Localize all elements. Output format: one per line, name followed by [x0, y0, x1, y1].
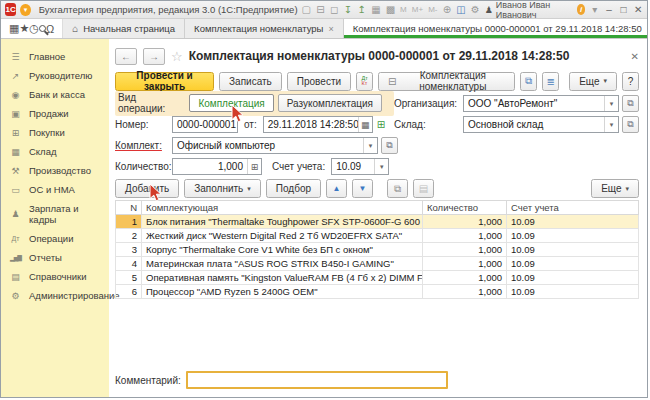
tab-document[interactable]: Комплектация номенклатуры 0000-000001 от… — [344, 19, 648, 38]
sidebar-item-pokupki[interactable]: ⊞Покупки — [1, 123, 109, 142]
post-button[interactable]: Провести — [287, 72, 351, 91]
info-icon[interactable]: i — [577, 4, 586, 15]
bank-icon: ◉ — [9, 90, 22, 100]
save-button[interactable]: Записать — [219, 72, 282, 91]
calendar-picker-icon[interactable]: ▦ — [358, 117, 372, 132]
account-field[interactable]: 10.09 ▾ — [331, 158, 389, 175]
panels-icon[interactable]: ◫ — [456, 4, 465, 15]
organization-open-button[interactable]: ⧉ — [622, 95, 639, 112]
main-menu-button[interactable]: ▾ — [20, 4, 30, 16]
favorite-star-icon[interactable]: ☆ — [171, 49, 183, 64]
calculator-icon[interactable]: ▩ — [386, 4, 395, 15]
comment-input[interactable] — [186, 371, 448, 389]
move-up-button[interactable]: ▲ — [326, 179, 347, 198]
kit-field[interactable]: Офисный компьютер ▾ — [172, 137, 378, 154]
col-account[interactable]: Счет учета — [507, 201, 639, 215]
help-button[interactable]: ? — [622, 72, 639, 91]
paste-icon: ▤ — [419, 183, 428, 194]
sidebar-item-glavnoe[interactable]: ☰Главное — [1, 47, 109, 66]
number-field[interactable]: 0000-000001 — [172, 116, 238, 133]
quantity-field[interactable]: 1,000 ⊞ — [172, 158, 262, 175]
file-load-icon[interactable]: ↧ — [344, 4, 353, 15]
operation-komplektaciya-button[interactable]: Комплектация — [189, 94, 273, 112]
sidebar-item-administrirovanie[interactable]: ⚙Администрирование — [1, 286, 109, 305]
warehouse-open-button[interactable]: ⧉ — [622, 116, 639, 133]
related-documents-button[interactable]: ≣ — [542, 72, 559, 91]
history-icon[interactable]: ◷ — [29, 22, 39, 35]
memory-m-button[interactable]: M — [400, 5, 407, 14]
dtkt-postings-button[interactable]: ДтКт — [356, 72, 373, 91]
date-field[interactable]: 29.11.2018 14:28:50 ▦ — [263, 116, 373, 133]
sidebar-item-spravochniki[interactable]: ▤Справочники — [1, 267, 109, 286]
sidebar-item-sklad[interactable]: ▦Склад — [1, 142, 109, 161]
sidebar-item-rukovoditelyu[interactable]: ↗Руководителю — [1, 66, 109, 85]
print-document-button[interactable]: ⊟ Комплектация номенклатуры — [378, 72, 515, 91]
minimize-button[interactable]: – — [604, 4, 614, 15]
fixed-assets-icon: ▭ — [9, 185, 22, 195]
table-row[interactable]: 6 Процессор "AMD Ryzen 5 2400G OEM" 1,00… — [116, 285, 639, 299]
kit-open-button[interactable]: ⧉ — [381, 137, 398, 154]
current-user[interactable]: ♟ Иванов Иван Иванович — [485, 0, 572, 20]
table-row[interactable]: 3 Корпус "Thermaltake Core V1 White без … — [116, 243, 639, 257]
dropdown-icon[interactable]: ▾ — [363, 138, 377, 153]
sidebar-item-os-i-nma[interactable]: ▭ОС и НМА — [1, 180, 109, 199]
service-settings-icon[interactable]: ⚙ — [471, 4, 480, 15]
zoom-icon[interactable]: ⊕ — [442, 4, 451, 15]
move-down-button[interactable]: ▼ — [352, 179, 373, 198]
table-row[interactable]: 2 Жесткий диск "Western Digital Red 2 Тб… — [116, 229, 639, 243]
save-icon[interactable]: ▢ — [302, 4, 311, 15]
table-row[interactable]: 1 Блок питания "Thermaltake Toughpower S… — [116, 215, 639, 229]
calculator-button-icon[interactable]: ⊞ — [247, 159, 261, 174]
memory-mplus-button[interactable]: M+ — [412, 5, 423, 14]
operation-razukomplektaciya-button[interactable]: Разукомплектация — [278, 94, 382, 112]
tab-doc-list[interactable]: Комплектация номенклатуры × — [185, 19, 344, 38]
search-icon[interactable] — [39, 25, 46, 32]
favorites-icon[interactable]: ★ — [19, 22, 29, 35]
sidebar-item-bank-i-kassa[interactable]: ◉Банк и касса — [1, 85, 109, 104]
more-button[interactable]: Еще▾ — [569, 72, 617, 91]
sidebar-item-operacii[interactable]: ДтОперации — [1, 229, 109, 248]
print-icon[interactable]: ⊟ — [316, 4, 325, 15]
organization-field[interactable]: ООО "АвтоРемонт" ▾ — [463, 95, 619, 112]
dropdown-icon[interactable]: ▾ — [604, 117, 618, 132]
document-structure-button[interactable]: ⧉ — [520, 72, 537, 91]
tab-home[interactable]: ⌂ Начальная страница — [63, 19, 185, 38]
pick-button[interactable]: Подбор — [266, 179, 321, 198]
sidebar-item-zarplata-i-kadry[interactable]: ♟Зарплата и кадры — [1, 199, 109, 229]
sidebar-item-otchety[interactable]: ▂▅▇Отчеты — [1, 248, 109, 267]
window-title: Бухгалтерия предприятия, редакция 3.0 (1… — [39, 4, 298, 15]
table-more-button[interactable]: Еще▾ — [591, 179, 639, 198]
memory-mminus-button[interactable]: M- — [428, 5, 437, 14]
dropdown-icon[interactable]: ▾ — [604, 96, 618, 111]
file-send-icon[interactable]: ↥ — [357, 4, 366, 15]
table-row[interactable]: 5 Оперативная память "Kingston ValueRAM … — [116, 271, 639, 285]
tab-close-icon[interactable]: × — [647, 24, 648, 34]
sidebar-item-prodazhi[interactable]: ▣Продажи — [1, 104, 109, 123]
1c-logo: 1С — [5, 3, 16, 16]
tab-close-icon[interactable]: × — [328, 24, 333, 34]
add-row-button[interactable]: Добавить — [115, 179, 179, 198]
copy-rows-button[interactable]: ⧉ — [387, 179, 408, 198]
col-n[interactable]: N — [116, 201, 142, 215]
warehouse-field[interactable]: Основной склад ▾ — [463, 116, 619, 133]
fill-button[interactable]: Заполнить▾ — [184, 179, 261, 198]
window-titlebar: 1С ▾ Бухгалтерия предприятия, редакция 3… — [1, 1, 647, 19]
sidebar-item-proizvodstvo[interactable]: ⚒Производство — [1, 161, 109, 180]
post-and-close-button[interactable]: Провести и закрыть — [115, 72, 214, 91]
titlebar-chevron-icon[interactable]: ▾ — [590, 4, 599, 15]
dropdown-icon[interactable]: ▾ — [374, 159, 388, 174]
close-form-icon[interactable]: ✕ — [631, 51, 639, 62]
paste-rows-button[interactable]: ▤ — [413, 179, 434, 198]
close-window-button[interactable]: ✕ — [633, 4, 643, 15]
menu-grid-icon[interactable]: ▦ — [9, 22, 19, 35]
col-quantity[interactable]: Количество — [423, 201, 507, 215]
chevron-down-icon: ▾ — [604, 77, 608, 85]
table-row[interactable]: 4 Материнская плата "ASUS ROG STRIX B450… — [116, 257, 639, 271]
maximize-button[interactable]: □ — [619, 4, 629, 15]
calendar-icon[interactable]: ▦ — [371, 4, 380, 15]
set-current-date-icon[interactable]: ⊞ — [377, 119, 385, 130]
forward-button[interactable]: → — [143, 48, 165, 65]
col-component[interactable]: Комплектующая — [142, 201, 423, 215]
preview-icon[interactable]: ◻ — [330, 4, 339, 15]
back-button[interactable]: ← — [115, 48, 137, 65]
